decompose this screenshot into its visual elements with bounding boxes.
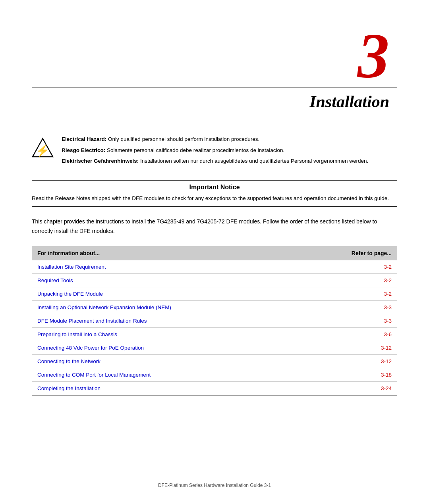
topic-cell[interactable]: Connecting to COM Port for Local Managem… — [32, 368, 302, 381]
warning-line-3: Elektrischer Gefahrenhinweis: Installati… — [62, 157, 397, 165]
important-notice-title: Important Notice — [32, 184, 397, 191]
page-ref-cell: 3-3 — [302, 314, 397, 327]
topic-cell[interactable]: Connecting to the Network — [32, 354, 302, 368]
topic-cell[interactable]: Completing the Installation — [32, 381, 302, 395]
chapter-number-area: 3 — [0, 0, 429, 87]
col2-header: Refer to page... — [302, 246, 397, 260]
page-footer: DFE-Platinum Series Hardware Installatio… — [0, 483, 429, 488]
topic-cell[interactable]: Installing an Optional Network Expansion… — [32, 300, 302, 314]
table-row[interactable]: Connecting to the Network3-12 — [32, 354, 397, 368]
table-row[interactable]: Installing an Optional Network Expansion… — [32, 300, 397, 314]
page-container: 3 Installation ⚡ Electrical Hazard: Only… — [0, 0, 429, 504]
electrical-hazard-icon: ⚡ — [32, 137, 54, 159]
important-notice-container: Important Notice Read the Release Notes … — [32, 180, 397, 208]
table-row[interactable]: DFE Module Placement and Installation Ru… — [32, 314, 397, 327]
chapter-title: Installation — [309, 92, 389, 111]
warning-box: ⚡ Electrical Hazard: Only qualified pers… — [32, 135, 397, 168]
main-content: ⚡ Electrical Hazard: Only qualified pers… — [0, 127, 429, 431]
warning-text: Electrical Hazard: Only qualified person… — [62, 135, 397, 168]
warning-bold-2: Riesgo Electrico: — [62, 147, 105, 153]
table-row[interactable]: Preparing to Install into a Chassis3-6 — [32, 327, 397, 341]
page-ref-cell: 3-2 — [302, 260, 397, 274]
warning-line-2: Riesgo Electrico: Solamente personal cal… — [62, 146, 397, 155]
important-notice-text: Read the Release Notes shipped with the … — [32, 194, 397, 203]
svg-text:⚡: ⚡ — [36, 144, 50, 157]
col1-header: For information about... — [32, 246, 302, 260]
page-ref-cell: 3-18 — [302, 368, 397, 381]
page-ref-cell: 3-2 — [302, 273, 397, 287]
chapter-number: 3 — [358, 20, 389, 91]
page-ref-cell: 3-6 — [302, 327, 397, 341]
topic-cell[interactable]: Connecting 48 Vdc Power for PoE Operatio… — [32, 341, 302, 354]
topic-cell[interactable]: Unpacking the DFE Module — [32, 287, 302, 300]
toc-table: For information about... Refer to page..… — [32, 246, 397, 396]
table-row[interactable]: Connecting 48 Vdc Power for PoE Operatio… — [32, 341, 397, 354]
table-row[interactable]: Unpacking the DFE Module3-2 — [32, 287, 397, 300]
warning-line-1: Electrical Hazard: Only qualified person… — [62, 135, 397, 144]
page-ref-cell: 3-24 — [302, 381, 397, 395]
warning-bold-3: Elektrischer Gefahrenhinweis: — [62, 158, 139, 164]
table-row[interactable]: Connecting to COM Port for Local Managem… — [32, 368, 397, 381]
table-row[interactable]: Installation Site Requirement3-2 — [32, 260, 397, 274]
table-header-row: For information about... Refer to page..… — [32, 246, 397, 260]
page-ref-cell: 3-3 — [302, 300, 397, 314]
table-row[interactable]: Completing the Installation3-24 — [32, 381, 397, 395]
topic-cell[interactable]: Required Tools — [32, 273, 302, 287]
chapter-intro: This chapter provides the instructions t… — [32, 217, 397, 236]
footer-text: DFE-Platinum Series Hardware Installatio… — [158, 483, 271, 488]
topic-cell[interactable]: DFE Module Placement and Installation Ru… — [32, 314, 302, 327]
page-ref-cell: 3-2 — [302, 287, 397, 300]
page-ref-cell: 3-12 — [302, 341, 397, 354]
warning-bold-1: Electrical Hazard: — [62, 136, 106, 142]
table-row[interactable]: Required Tools3-2 — [32, 273, 397, 287]
page-ref-cell: 3-12 — [302, 354, 397, 368]
topic-cell[interactable]: Installation Site Requirement — [32, 260, 302, 274]
chapter-title-area: Installation — [0, 88, 429, 127]
topic-cell[interactable]: Preparing to Install into a Chassis — [32, 327, 302, 341]
